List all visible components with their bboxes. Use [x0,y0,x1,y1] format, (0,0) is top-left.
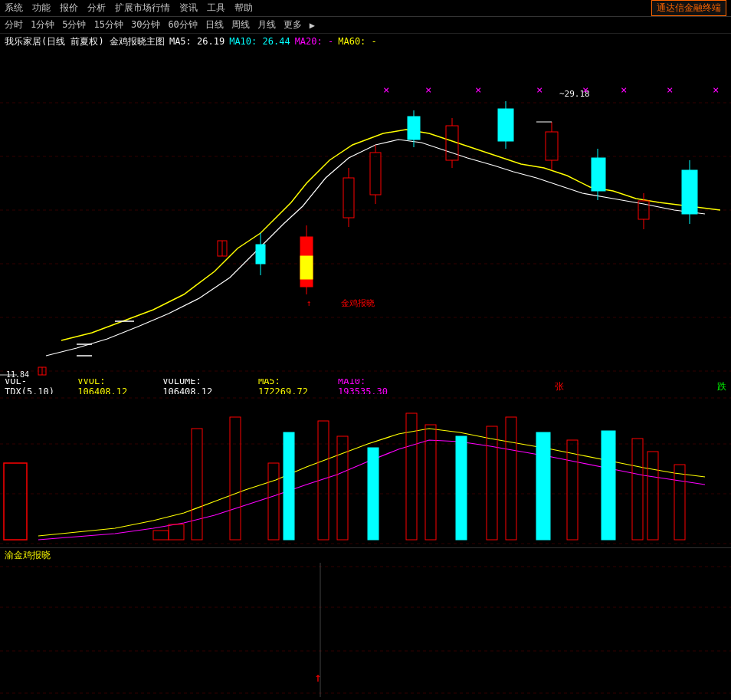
svg-rect-72 [368,448,379,540]
svg-text:×: × [475,84,481,96]
svg-rect-74 [425,425,436,540]
svg-rect-81 [632,439,643,540]
svg-rect-46 [546,132,558,160]
tf-weekly[interactable]: 周线 [231,18,250,31]
menu-market[interactable]: 扩展市场行情 [115,2,170,15]
svg-text:11.84: 11.84 [6,370,29,379]
menu-bar: 系统 功能 报价 分析 扩展市场行情 资讯 工具 帮助 通达信金融终端 [0,0,731,17]
menu-system[interactable]: 系统 [5,2,23,15]
tf-1min[interactable]: 1分钟 [31,18,54,31]
tf-5min[interactable]: 5分钟 [62,18,86,31]
menu-analysis[interactable]: 分析 [87,2,106,15]
chart-title-bar: 我乐家居(日线 前夏权) 金鸡报晓主图 MA5: 26.19 MA10: 26.… [0,34,731,49]
svg-text:×: × [582,84,588,96]
timeframe-bar: 分时 1分钟 5分钟 15分钟 30分钟 60分钟 日线 周线 月线 更多 ▶ [0,17,731,34]
svg-rect-28 [408,117,420,140]
svg-rect-77 [506,417,516,540]
svg-text:金鸡报晓: 金鸡报晓 [341,298,375,308]
tf-60min[interactable]: 60分钟 [168,18,197,31]
svg-rect-80 [602,431,615,540]
svg-rect-69 [284,432,294,540]
tf-30min[interactable]: 30分钟 [131,18,160,31]
svg-rect-82 [647,452,658,540]
svg-rect-79 [567,440,578,540]
menu-items: 系统 功能 报价 分析 扩展市场行情 资讯 工具 帮助 [5,2,253,15]
die-label: 跌 [717,380,726,393]
svg-rect-17 [300,256,313,279]
svg-rect-84 [169,524,184,540]
signal-chart: ↑ [0,563,731,697]
volume-canvas [0,394,731,547]
menu-quote[interactable]: 报价 [60,2,78,15]
svg-rect-66 [192,429,202,540]
tf-monthly[interactable]: 月线 [257,18,276,31]
svg-rect-85 [153,531,169,540]
svg-rect-49 [592,158,605,191]
main-chart: ↑ 金鸡报晓 ~29.18 × × × × × × × × [0,49,731,379]
tf-minute[interactable]: 分时 [5,18,23,31]
menu-help[interactable]: 帮助 [234,2,253,15]
volume-chart [0,394,731,547]
ma5-label: MA5: 26.19 [169,36,225,47]
svg-text:×: × [383,84,389,96]
svg-rect-68 [268,463,279,540]
tf-daily[interactable]: 日线 [205,18,224,31]
menu-tools[interactable]: 工具 [207,2,225,15]
ma60-label: MA60: - [338,36,377,47]
svg-rect-65 [4,463,27,540]
tf-15min[interactable]: 15分钟 [93,18,123,31]
indicator-bar: 渝金鸡报晓 [0,547,731,563]
svg-text:↑: ↑ [306,298,312,308]
zhang-label: 张 [555,380,564,393]
svg-text:×: × [713,84,719,96]
candlestick-canvas: ↑ 金鸡报晓 ~29.18 × × × × × × × × [0,49,731,379]
svg-rect-78 [536,432,550,540]
svg-rect-76 [487,426,497,540]
indicator-label: 渝金鸡报晓 [5,549,51,562]
ma10-label: MA10: 26.44 [229,36,290,47]
svg-text:×: × [425,84,431,96]
svg-rect-25 [370,153,381,195]
svg-rect-13 [256,245,265,264]
svg-text:×: × [667,84,673,96]
svg-rect-55 [682,170,697,214]
volume-title-bar: VOL-TDX(5,10) VVOL: 106408.12 VOLUME: 10… [0,379,731,394]
svg-text:×: × [536,84,543,96]
svg-rect-75 [456,436,467,540]
svg-text:×: × [621,84,627,96]
chart-title-text: 我乐家居(日线 前夏权) 金鸡报晓主图 [5,35,165,48]
svg-rect-22 [343,178,354,218]
svg-rect-43 [498,109,513,141]
ma20-label: MA20: - [295,36,334,47]
menu-info[interactable]: 资讯 [179,2,198,15]
tf-more[interactable]: 更多 [284,18,302,31]
svg-rect-83 [674,465,685,540]
signal-canvas: ↑ [0,563,731,697]
brand-tag: 通达信金融终端 [651,0,726,16]
svg-rect-67 [230,417,241,540]
menu-function[interactable]: 功能 [32,2,51,15]
